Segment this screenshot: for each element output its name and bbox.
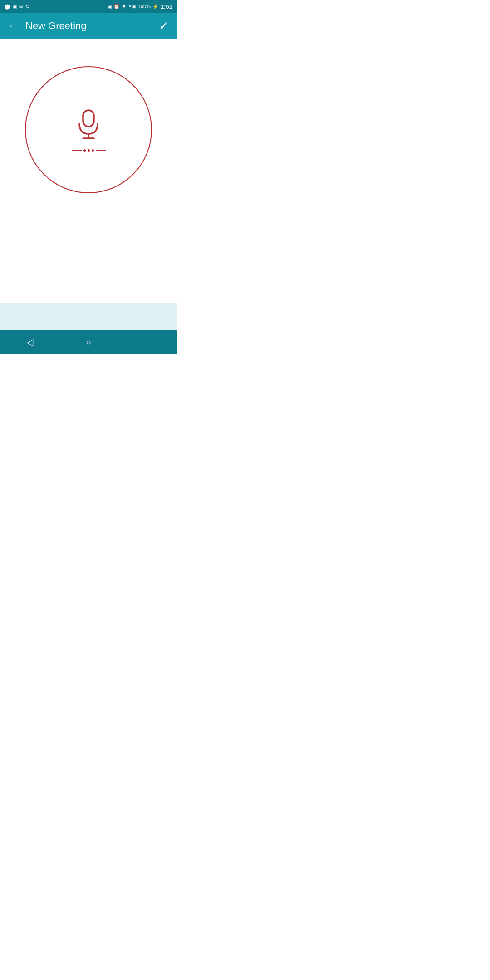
wifi-icon: ▼ — [122, 4, 127, 9]
waveform-indicator — [72, 149, 106, 152]
microphone-icon — [75, 108, 102, 141]
waveform-line-right — [96, 150, 106, 151]
waveform-dot-left — [83, 149, 86, 152]
sync-icon: ↻ — [25, 4, 29, 10]
waveform-dot-right — [92, 149, 94, 152]
nav-back-button[interactable]: ◁ — [20, 333, 39, 351]
status-bar-left-icons: ⬤ ▣ ✉ ↻ — [5, 4, 29, 10]
nav-home-button[interactable]: ○ — [79, 333, 98, 351]
toolbar: ← New Greeting ✓ — [0, 13, 177, 39]
nav-bar: ◁ ○ □ — [0, 330, 177, 354]
gallery-icon: ▣ — [12, 4, 17, 10]
nav-recent-button[interactable]: □ — [138, 333, 157, 351]
waveform-line-left — [72, 150, 82, 151]
status-bar-right-icons: ▣ ⏰ ▼ ✕▣ 100% ⚡ 1:51 — [108, 3, 172, 10]
mail-icon: ✉ — [19, 4, 23, 10]
back-button[interactable]: ← — [8, 20, 18, 32]
battery-icon: ⚡ — [152, 4, 159, 10]
clock: 1:51 — [161, 3, 172, 10]
battery-percentage: 100% — [138, 4, 151, 9]
whatsapp-icon: ⬤ — [5, 4, 10, 10]
confirm-button[interactable]: ✓ — [159, 19, 169, 33]
waveform-dot-center — [88, 149, 90, 152]
status-bar: ⬤ ▣ ✉ ↻ ▣ ⏰ ▼ ✕▣ 100% ⚡ 1:51 — [0, 0, 177, 13]
sim-icon: ▣ — [108, 4, 112, 9]
main-content — [0, 39, 177, 303]
signal-icon: ✕▣ — [128, 4, 136, 9]
alarm-icon: ⏰ — [113, 4, 120, 10]
page-title: New Greeting — [25, 20, 159, 32]
record-button[interactable] — [25, 66, 152, 193]
svg-rect-0 — [83, 110, 94, 127]
keyboard-area — [0, 303, 177, 330]
mic-icon-wrapper — [72, 108, 106, 152]
